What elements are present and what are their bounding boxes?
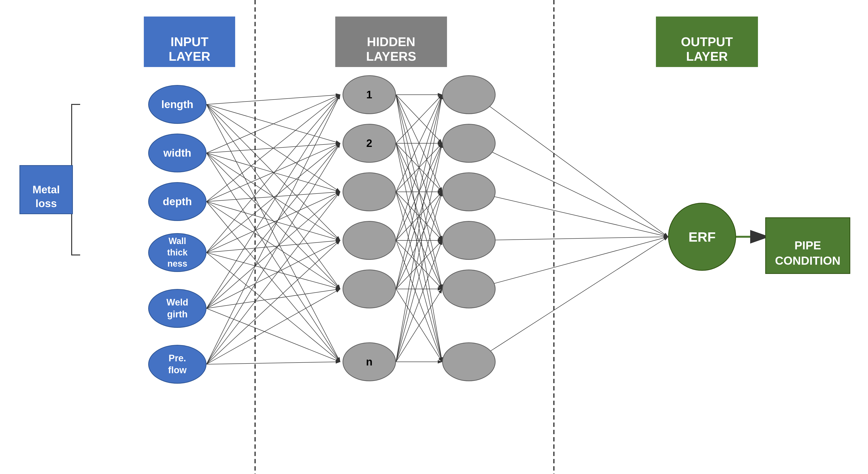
svg-line-18: [207, 192, 340, 201]
svg-line-11: [207, 143, 340, 153]
svg-line-5: [207, 104, 340, 143]
svg-line-48: [396, 143, 442, 192]
svg-line-46: [396, 95, 442, 143]
svg-line-44: [396, 95, 442, 289]
svg-line-57: [396, 192, 442, 362]
svg-line-43: [396, 95, 442, 241]
svg-line-64: [396, 95, 442, 289]
hidden2-node-5: [442, 270, 496, 308]
input-node-weld: Weld girth: [148, 289, 207, 328]
input-node-depth: depth: [148, 182, 207, 221]
svg-line-36: [207, 192, 340, 364]
svg-line-12: [207, 153, 340, 192]
hidden1-node-n: n: [343, 342, 396, 381]
svg-line-10: [207, 95, 340, 153]
svg-line-25: [207, 241, 340, 253]
svg-line-55: [396, 192, 442, 241]
svg-line-9: [207, 104, 340, 362]
hidden2-node-6: [442, 342, 496, 381]
svg-line-37: [207, 241, 340, 364]
svg-line-29: [207, 143, 340, 308]
svg-line-39: [207, 362, 340, 364]
svg-line-52: [396, 95, 442, 192]
svg-line-23: [207, 143, 340, 253]
svg-line-26: [207, 253, 340, 289]
svg-line-81: [474, 237, 668, 362]
svg-line-22: [207, 95, 340, 253]
svg-line-17: [207, 143, 340, 201]
svg-line-24: [207, 192, 340, 253]
svg-line-16: [207, 95, 340, 201]
svg-line-13: [207, 153, 340, 241]
svg-line-66: [396, 192, 442, 289]
hidden1-node-4: [343, 221, 396, 260]
svg-line-73: [396, 241, 442, 362]
svg-line-67: [396, 241, 442, 289]
svg-line-56: [396, 192, 442, 289]
svg-line-58: [396, 95, 442, 241]
hidden2-node-2: [442, 124, 496, 163]
input-node-wall: Wall thick ness: [148, 233, 207, 272]
svg-line-74: [396, 289, 442, 362]
svg-line-30: [207, 192, 340, 308]
svg-line-71: [396, 143, 442, 362]
svg-line-31: [207, 241, 340, 308]
hidden1-node-1: 1: [343, 75, 396, 114]
diagram-container: INPUT LAYER HIDDEN LAYERS OUTPUT LAYER M…: [0, 0, 868, 474]
svg-line-27: [207, 253, 340, 362]
svg-line-62: [396, 241, 442, 289]
svg-line-59: [396, 143, 442, 241]
svg-line-8: [207, 104, 340, 289]
svg-line-63: [396, 241, 442, 362]
hidden1-node-5: [343, 270, 396, 308]
svg-line-21: [207, 201, 340, 362]
svg-line-77: [474, 143, 668, 237]
output-layer-label: OUTPUT LAYER: [656, 17, 758, 67]
svg-line-6: [207, 104, 340, 192]
input-node-length: length: [148, 85, 207, 124]
input-node-width: width: [148, 133, 207, 172]
connections-svg: [0, 0, 868, 474]
svg-line-76: [474, 95, 668, 237]
svg-line-60: [396, 192, 442, 241]
svg-line-42: [396, 95, 442, 192]
svg-line-72: [396, 192, 442, 362]
svg-line-19: [207, 201, 340, 241]
svg-line-33: [207, 308, 340, 362]
hidden2-node-3: [442, 172, 496, 211]
svg-line-7: [207, 104, 340, 241]
input-layer-label: INPUT LAYER: [144, 17, 235, 67]
svg-line-51: [396, 143, 442, 362]
hidden2-node-4: [442, 221, 496, 260]
svg-line-53: [396, 143, 442, 192]
svg-line-20: [207, 201, 340, 289]
svg-line-69: [396, 289, 442, 362]
svg-line-50: [396, 143, 442, 289]
svg-line-38: [207, 289, 340, 364]
hidden1-node-2: 2: [343, 124, 396, 163]
input-node-preflow: Pre. flow: [148, 345, 207, 384]
svg-line-4: [207, 95, 340, 104]
hidden1-node-3: [343, 172, 396, 211]
svg-line-80: [474, 237, 668, 289]
svg-line-35: [207, 143, 340, 364]
metal-loss-label: Metal loss: [20, 165, 73, 214]
svg-line-79: [474, 237, 668, 241]
hidden-layer-label: HIDDEN LAYERS: [335, 17, 447, 67]
erf-output-node: ERF: [668, 203, 736, 271]
svg-line-15: [207, 153, 340, 362]
svg-line-41: [396, 95, 442, 143]
svg-line-49: [396, 143, 442, 241]
pipe-condition-box: PIPE CONDITION: [765, 217, 850, 274]
svg-line-65: [396, 143, 442, 289]
svg-line-32: [207, 289, 340, 308]
svg-line-45: [396, 95, 442, 362]
svg-line-34: [207, 95, 340, 364]
svg-line-70: [396, 95, 442, 362]
svg-line-78: [474, 192, 668, 237]
svg-line-28: [207, 95, 340, 308]
svg-line-14: [207, 153, 340, 289]
hidden2-node-1: [442, 75, 496, 114]
